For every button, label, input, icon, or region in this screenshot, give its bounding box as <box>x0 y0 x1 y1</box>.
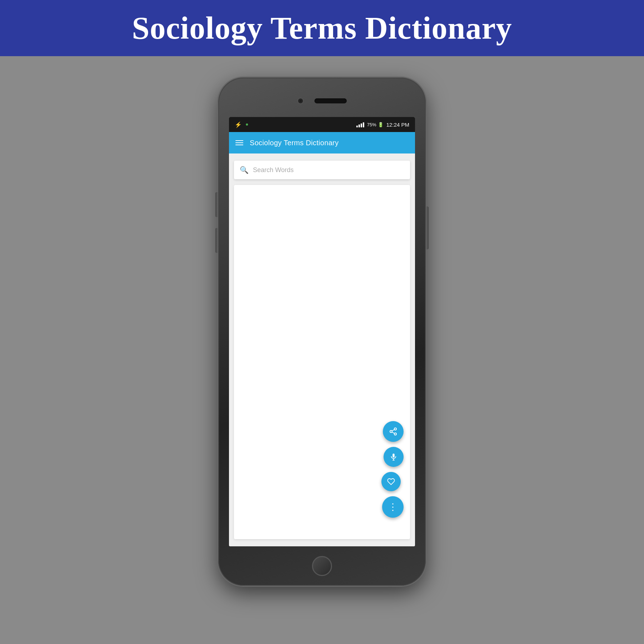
speaker <box>314 98 347 103</box>
usb-icon: ⚡ <box>235 121 242 128</box>
time-display: 12:24 PM <box>386 122 409 128</box>
front-camera <box>297 98 304 104</box>
svg-rect-5 <box>392 454 395 458</box>
background-area: ⚡ ● 75% 🔋 12:24 PM <box>0 56 644 644</box>
svg-line-4 <box>392 430 395 431</box>
toolbar-title: Sociology Terms Dictionary <box>250 139 339 147</box>
home-button[interactable] <box>312 556 332 576</box>
app-banner: Sociology Terms Dictionary <box>0 0 644 56</box>
phone-bottom <box>312 546 332 586</box>
svg-point-2 <box>394 433 396 435</box>
search-box[interactable]: 🔍 Search Words <box>234 161 410 179</box>
svg-point-1 <box>390 430 392 433</box>
app-toolbar: Sociology Terms Dictionary <box>229 132 415 153</box>
volume-down-button <box>215 228 218 253</box>
hamburger-line-2 <box>235 142 243 143</box>
hamburger-line-3 <box>235 145 243 145</box>
volume-up-button <box>215 192 218 217</box>
signal-bar-2 <box>358 125 360 127</box>
battery-percent: 75% <box>367 122 376 127</box>
phone-screen: ⚡ ● 75% 🔋 12:24 PM <box>229 117 415 546</box>
notification-icon: ● <box>245 122 248 127</box>
favorite-fab-button[interactable] <box>381 472 401 491</box>
signal-bar-4 <box>363 122 364 127</box>
phone-top <box>218 78 426 117</box>
signal-bars <box>356 122 364 127</box>
status-left: ⚡ ● <box>235 121 248 128</box>
microphone-fab-button[interactable] <box>384 447 404 467</box>
search-placeholder[interactable]: Search Words <box>253 166 404 174</box>
hamburger-menu-button[interactable] <box>235 140 243 145</box>
status-right: 75% 🔋 12:24 PM <box>356 122 409 128</box>
signal-bar-3 <box>361 123 362 127</box>
more-options-fab-button[interactable]: ⋮ <box>382 496 404 518</box>
share-fab-button[interactable] <box>383 421 404 442</box>
battery-info: 75% 🔋 <box>367 122 384 127</box>
phone-device: ⚡ ● 75% 🔋 12:24 PM <box>218 78 426 586</box>
hamburger-line-1 <box>235 140 243 141</box>
fab-container: ⋮ <box>376 421 404 518</box>
signal-bar-1 <box>356 126 358 127</box>
content-card: ⋮ <box>234 185 410 539</box>
power-button <box>426 206 429 249</box>
svg-line-3 <box>392 432 395 434</box>
battery-icon: 🔋 <box>378 122 384 127</box>
svg-point-0 <box>394 428 396 430</box>
status-bar: ⚡ ● 75% 🔋 12:24 PM <box>229 117 415 132</box>
search-icon: 🔍 <box>240 166 249 174</box>
banner-title: Sociology Terms Dictionary <box>132 10 512 46</box>
app-content: 🔍 Search Words <box>229 153 415 546</box>
